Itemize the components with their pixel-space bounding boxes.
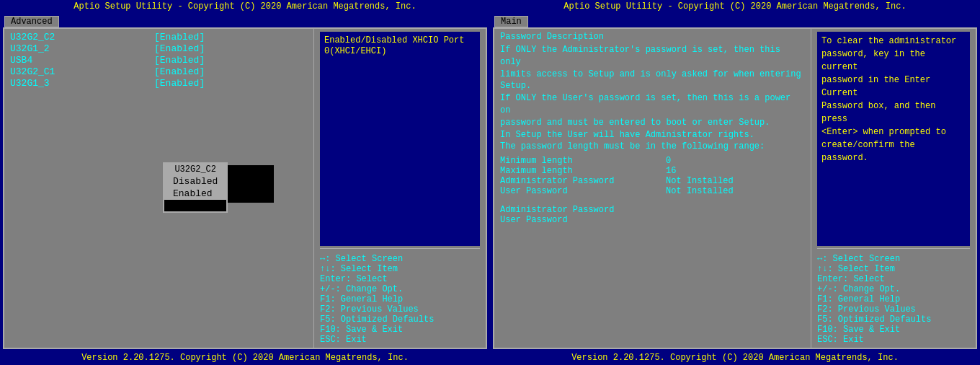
nav-key-2: ↑↓: Select Item	[320, 264, 480, 274]
right-content-area: Password Description If ONLY the Adminis…	[493, 27, 977, 349]
menu-item-u32g1-2[interactable]: U32G1_2 [Enabled]	[10, 43, 308, 54]
right-separator	[817, 248, 970, 249]
right-footer: Version 2.20.1275. Copyright (C) 2020 Am…	[490, 351, 980, 365]
right-tab-row: Main	[490, 13, 980, 27]
password-info-maxlen: Maximum length 16	[500, 166, 805, 176]
left-tab-row: Advanced	[0, 13, 490, 27]
rnav-key-5: F1: General Help	[817, 294, 970, 304]
rnav-key-7: F5: Optimized Defaults	[817, 315, 970, 325]
right-help-box: To clear the administrator password, key…	[817, 32, 970, 246]
nav-key-1: ↔: Select Screen	[320, 254, 480, 264]
rnav-key-8: F10: Save & Exit	[817, 325, 970, 335]
left-footer: Version 2.20.1275. Copyright (C) 2020 Am…	[0, 351, 490, 365]
nav-key-8: F10: Save & Exit	[320, 325, 480, 335]
tab-main[interactable]: Main	[494, 16, 528, 27]
action-admin-password[interactable]: Administrator Password	[500, 205, 805, 215]
left-help-col: Enabled/Disabled XHCIO Port 0(XHCI/EHCI)…	[314, 29, 486, 348]
dropdown-option-enabled[interactable]: Enabled	[164, 188, 226, 200]
left-menu-col: U32G2_C2 [Enabled] U32G1_2 [Enabled] USB…	[4, 29, 314, 348]
menu-item-u32g1-3[interactable]: U32G1_3 [Enabled]	[10, 78, 308, 89]
menu-item-usb4[interactable]: USB4 [Enabled]	[10, 55, 308, 66]
right-help-text: To clear the administrator password, key…	[821, 35, 966, 164]
dropdown-title: U32G2_C2	[164, 164, 226, 175]
password-actions: Administrator Password User Password	[500, 205, 805, 225]
password-info-minlen: Minimum length 0	[500, 156, 805, 166]
rnav-key-6: F2: Previous Values	[817, 304, 970, 315]
rnav-key-2: ↑↓: Select Item	[817, 264, 970, 274]
password-description: Password Description If ONLY the Adminis…	[500, 32, 805, 196]
right-nav-keys: ↔: Select Screen ↑↓: Select Item Enter: …	[817, 251, 970, 345]
rnav-key-1: ↔: Select Screen	[817, 254, 970, 264]
right-help-col: To clear the administrator password, key…	[811, 29, 976, 348]
left-header: Aptio Setup Utility - Copyright (C) 2020…	[0, 0, 490, 13]
nav-key-3: Enter: Select	[320, 274, 480, 284]
left-content-area: U32G2_C2 [Enabled] U32G1_2 [Enabled] USB…	[3, 27, 487, 349]
rnav-key-4: +/-: Change Opt.	[817, 284, 970, 294]
nav-key-4: +/-: Change Opt.	[320, 284, 480, 294]
tab-advanced[interactable]: Advanced	[4, 16, 59, 27]
password-info-user: User Password Not Installed	[500, 186, 805, 196]
password-desc-lines: If ONLY the Administrator's password is …	[500, 44, 805, 153]
left-help-box: Enabled/Disabled XHCIO Port 0(XHCI/EHCI)	[320, 32, 480, 246]
password-info-list: Minimum length 0 Maximum length 16 Admin…	[500, 156, 805, 196]
right-panel: Aptio Setup Utility - Copyright (C) 2020…	[490, 0, 980, 365]
password-info-admin: Administrator Password Not Installed	[500, 176, 805, 186]
nav-key-9: ESC: Exit	[320, 335, 480, 345]
dropdown-popup: U32G2_C2 Disabled Enabled	[163, 162, 228, 213]
left-panel: Aptio Setup Utility - Copyright (C) 2020…	[0, 0, 490, 365]
left-nav-keys: ↔: Select Screen ↑↓: Select Item Enter: …	[320, 251, 480, 345]
nav-key-7: F5: Optimized Defaults	[320, 315, 480, 325]
rnav-key-9: ESC: Exit	[817, 335, 970, 345]
menu-item-u32g2c1[interactable]: U32G2_C1 [Enabled]	[10, 66, 308, 77]
right-main-col: Password Description If ONLY the Adminis…	[494, 29, 811, 348]
menu-item-u32g2c2[interactable]: U32G2_C2 [Enabled]	[10, 32, 308, 43]
nav-key-6: F2: Previous Values	[320, 304, 480, 315]
dropdown-option-disabled[interactable]: Disabled	[164, 175, 226, 188]
left-separator	[320, 248, 480, 249]
nav-key-5: F1: General Help	[320, 294, 480, 304]
action-user-password[interactable]: User Password	[500, 215, 805, 225]
rnav-key-3: Enter: Select	[817, 274, 970, 284]
right-header: Aptio Setup Utility - Copyright (C) 2020…	[490, 0, 980, 13]
